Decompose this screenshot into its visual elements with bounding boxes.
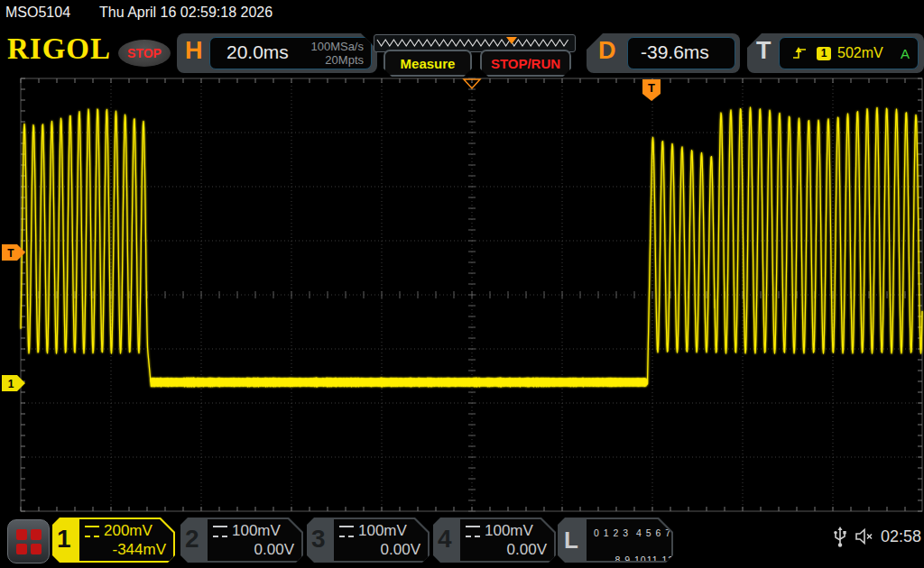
trigger-source-badge: 1 — [817, 47, 831, 60]
acquisition-state-badge: STOP — [118, 40, 171, 67]
measure-button[interactable]: Measure — [383, 50, 472, 77]
delay-label: D — [598, 37, 616, 65]
graticule-area: TT1 — [0, 0, 924, 568]
timebase-value: 20.0ms — [226, 41, 289, 63]
system-clock: 02:58 — [881, 527, 921, 546]
horizontal-label: H — [185, 37, 203, 65]
svg-text:T: T — [7, 247, 14, 260]
trigger-slope-icon — [792, 46, 808, 60]
dc-coupling-icon — [339, 526, 354, 537]
grid — [21, 78, 922, 511]
channel-1-offset: -344mV — [85, 541, 166, 559]
dc-coupling-icon — [213, 526, 227, 537]
ch1-zero-marker[interactable]: 1 — [2, 375, 25, 391]
channel-1-number: 1 — [57, 525, 71, 554]
logic-label: L — [564, 527, 578, 554]
channel-2-badge[interactable]: 2 100mV 0.00V — [180, 518, 303, 563]
svg-text:1: 1 — [8, 378, 14, 390]
logic-row1: 0 1 2 3 4 5 6 7 — [594, 527, 671, 538]
horizontal-box[interactable]: 20.0ms 100MSa/s 20Mpts — [209, 37, 372, 69]
channel-3-badge[interactable]: 3 100mV 0.00V — [307, 518, 430, 563]
title-bar: MSO5104 Thu April 16 02:59:18 2026 — [0, 0, 924, 27]
trigger-box[interactable]: 1 502mV A — [779, 37, 919, 69]
main-menu-button[interactable] — [7, 519, 50, 563]
model-name: MSO5104 — [5, 5, 70, 21]
sample-rate: 100MSa/s — [310, 40, 364, 53]
trigger-level-value: 502mV — [837, 45, 883, 61]
delay-value: -39.6ms — [641, 41, 709, 63]
channel-4-number: 4 — [438, 525, 452, 554]
dc-coupling-icon — [466, 526, 480, 537]
system-datetime: Thu April 16 02:59:18 2026 — [99, 5, 273, 21]
trigger-label: T — [756, 37, 772, 65]
channel-3-offset: 0.00V — [339, 541, 420, 559]
channel-4-scale: 100mV — [485, 522, 533, 540]
trigger-position-marker[interactable]: T — [642, 79, 661, 101]
channel-1-scale: 200mV — [104, 522, 152, 540]
channel-3-scale: 100mV — [358, 522, 407, 540]
menu-grid-icon — [16, 529, 27, 540]
channel-4-badge[interactable]: 4 100mV 0.00V — [433, 518, 556, 563]
oscilloscope-screen: TT1 MSO5104 Thu April 16 02:59:18 2026 R… — [0, 0, 924, 568]
channel-4-offset: 0.00V — [466, 541, 547, 559]
horizontal-panel[interactable]: H 20.0ms 100MSa/s 20Mpts — [177, 33, 377, 73]
channel-3-number: 3 — [311, 525, 326, 554]
stop-run-button[interactable]: STOP/RUN — [480, 50, 571, 77]
usb-icon — [832, 527, 848, 548]
trigger-panel[interactable]: T 1 502mV A — [747, 33, 924, 73]
sample-rate-block: 100MSa/s 20Mpts — [310, 40, 364, 67]
delay-box[interactable]: -39.6ms — [627, 37, 735, 69]
channel-1-badge[interactable]: 1 200mV -344mV — [52, 518, 175, 563]
ch1-trace — [21, 107, 922, 387]
channel-2-offset: 0.00V — [213, 541, 294, 559]
channel-2-scale: 100mV — [232, 522, 281, 540]
speaker-muted-icon[interactable] — [854, 527, 877, 545]
svg-text:T: T — [648, 81, 655, 95]
memory-depth: 20Mpts — [310, 53, 364, 67]
dc-coupling-icon — [85, 526, 99, 537]
rigol-logo: RIGOL — [7, 32, 111, 66]
trigger-mode: A — [901, 46, 910, 61]
logic-channels-badge[interactable]: L 0 1 2 3 4 5 6 7 8 9 1011 12131415 — [558, 518, 673, 563]
channel-2-number: 2 — [185, 525, 199, 554]
delay-panel[interactable]: D -39.6ms — [587, 33, 740, 73]
